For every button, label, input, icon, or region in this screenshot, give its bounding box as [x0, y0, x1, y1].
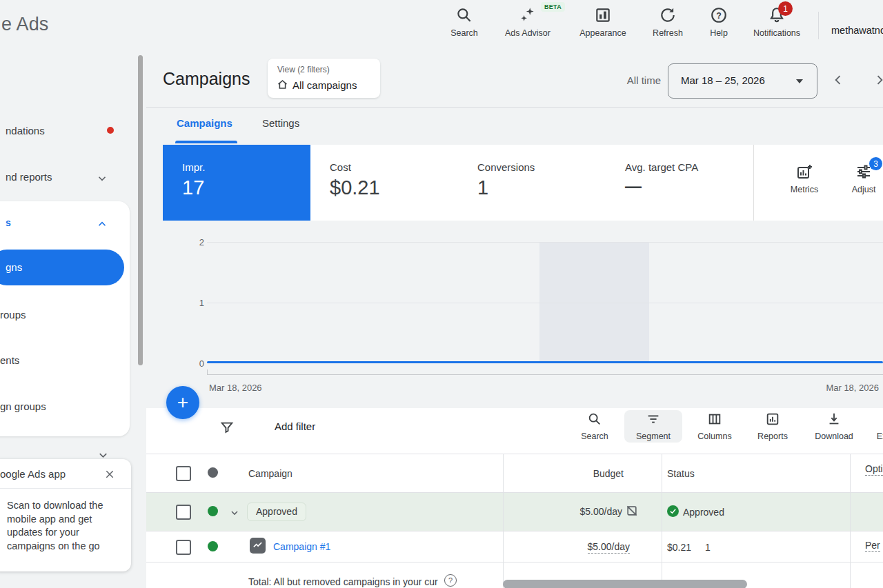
sparkle-icon: [519, 6, 537, 24]
sidebar-item-campaigns-active[interactable]: gns: [0, 250, 124, 285]
search-icon: [455, 6, 473, 24]
campaign-type-icon: [250, 538, 266, 554]
topbar-refresh-button[interactable]: Refresh: [640, 6, 695, 38]
view-filters-value: All campaigns: [292, 79, 357, 91]
app-card-title: oogle Ads app: [0, 468, 66, 480]
svg-text:?: ?: [716, 11, 722, 21]
app-card-body: Scan to download the mobile app and get …: [7, 499, 123, 553]
active-tab-underline: [175, 141, 237, 143]
scorecard-conversions-value: 1: [477, 176, 488, 199]
row2-optimization-value[interactable]: Per: [865, 540, 880, 552]
google-ads-app-card: oogle Ads app Scan to download the mobil…: [0, 459, 131, 571]
view-filters-label: View (2 filters): [277, 65, 330, 74]
select-all-checkbox[interactable]: [176, 466, 191, 481]
chevron-up-icon[interactable]: [96, 218, 108, 230]
segment-button[interactable]: Segment: [624, 410, 682, 443]
campaign-name-link[interactable]: Campaign #1: [273, 541, 330, 552]
sidebar-item-ad-groups[interactable]: roups: [0, 309, 26, 321]
topbar-appearance-button[interactable]: Appearance: [568, 6, 637, 38]
date-range-picker[interactable]: Mar 18 – 25, 2026: [668, 63, 817, 99]
close-icon[interactable]: [104, 469, 115, 480]
chart-ytick-0: 0: [186, 358, 204, 369]
scorecard-avg-target-cpa-value: —: [625, 176, 642, 196]
expand-button[interactable]: Expand: [862, 412, 883, 441]
scorecard-avg-target-cpa[interactable]: Avg. target CPA —: [606, 145, 754, 221]
topbar-notifications-label: Notifications: [753, 28, 800, 38]
scorecard-conversions[interactable]: Conversions 1: [458, 145, 606, 221]
sidebar-item-campaigns-label: gns: [6, 261, 22, 273]
add-filter-button[interactable]: Add filter: [275, 420, 315, 432]
columns-icon: [707, 412, 722, 427]
row2-budget-value[interactable]: $5.00/day: [553, 541, 630, 552]
row2-bottom-border: [146, 562, 883, 562]
sidebar-item-campaign-groups[interactable]: gn groups: [0, 401, 46, 412]
table-search-label: Search: [581, 432, 608, 441]
segment-icon: [646, 412, 661, 427]
column-header-budget[interactable]: Budget: [566, 468, 624, 479]
account-name[interactable]: methawatno: [831, 25, 883, 36]
scorecard-impressions[interactable]: Impr. 17: [163, 145, 311, 221]
reports-button[interactable]: Reports: [744, 412, 802, 441]
caret-down-icon: [795, 79, 804, 84]
column-header-optimization[interactable]: Opti: [865, 463, 883, 476]
view-filters-chip[interactable]: View (2 filters) All campaigns: [268, 59, 380, 98]
prev-date-chevron-icon[interactable]: [831, 73, 845, 87]
row1-expand-chevron-icon[interactable]: [229, 507, 240, 518]
col-divider-campaign-budget: [503, 454, 504, 588]
col-divider-status-opt: [850, 454, 851, 588]
row2-conversions-value: 1: [705, 542, 711, 553]
edit-off-icon: [625, 504, 639, 518]
sidebar-item-experiments[interactable]: ents: [0, 354, 19, 366]
download-icon: [826, 412, 842, 427]
reports-label: Reports: [757, 432, 788, 441]
scorecard-cost[interactable]: Cost $0.21: [310, 145, 459, 221]
scorecard-impressions-value: 17: [182, 176, 204, 199]
google-ads-app: e Ads Search Ads Advisor BETA Appearance…: [0, 0, 883, 588]
scorecard-avg-target-cpa-label: Avg. target CPA: [625, 161, 698, 173]
tabs-top-divider: [146, 107, 883, 108]
sidebar-item-insights-reports[interactable]: nd reports: [6, 171, 52, 183]
topbar-notifications-button[interactable]: Notifications: [746, 6, 808, 38]
topbar-help-button[interactable]: ? Help: [698, 6, 740, 38]
filter-funnel-icon[interactable]: [219, 420, 235, 435]
row2-checkbox[interactable]: [176, 540, 191, 555]
table-search-button[interactable]: Search: [566, 412, 624, 441]
help-icon: ?: [710, 6, 728, 24]
row1-approved-chip[interactable]: Approved: [247, 503, 306, 521]
google-ads-logo[interactable]: e Ads: [1, 14, 49, 35]
tab-campaigns[interactable]: Campaigns: [177, 117, 232, 129]
next-date-chevron-icon[interactable]: [873, 73, 883, 87]
nav-panel-header[interactable]: s: [6, 217, 11, 228]
row1-checkbox[interactable]: [176, 505, 191, 520]
chart-xlabel-right: Mar 18, 2026: [793, 383, 879, 393]
page-title: Campaigns: [163, 69, 250, 89]
col-divider-budget-status: [662, 454, 662, 588]
metrics-icon: [796, 163, 813, 180]
row2-enabled-dot[interactable]: [208, 541, 218, 551]
row2-cost-value: $0.21: [667, 542, 691, 553]
column-header-campaign[interactable]: Campaign: [248, 468, 292, 479]
row1-status-value: Approved: [683, 507, 724, 518]
metrics-button[interactable]: Metrics: [784, 163, 825, 194]
metrics-label: Metrics: [791, 185, 818, 194]
expand-partial-label: Download: [815, 432, 853, 441]
download-button[interactable]: Download: [805, 412, 863, 441]
table-total-label: Total: All but removed campaigns in your…: [248, 576, 438, 587]
create-campaign-fab[interactable]: +: [166, 386, 199, 419]
all-time-label[interactable]: All time: [602, 74, 661, 86]
row1-enabled-dot[interactable]: [208, 506, 218, 516]
reports-icon: [765, 412, 780, 427]
sidebar-scrollbar[interactable]: [138, 55, 143, 365]
topbar-search-button[interactable]: Search: [433, 6, 495, 38]
columns-button[interactable]: Columns: [686, 412, 744, 441]
row1-budget-value[interactable]: $5.00/day: [545, 506, 622, 517]
tab-settings[interactable]: Settings: [262, 117, 299, 129]
chevron-down-icon[interactable]: [96, 172, 108, 185]
horizontal-scrollbar-thumb[interactable]: [503, 580, 747, 588]
sidebar-item-recommendations[interactable]: ndations: [6, 125, 45, 136]
row2-budget-text[interactable]: $5.00/day: [588, 541, 631, 554]
chart-xlabel-left: Mar 18, 2026: [209, 383, 262, 393]
search-icon: [587, 412, 602, 427]
column-header-status[interactable]: Status: [667, 468, 695, 479]
total-help-icon[interactable]: ?: [444, 574, 457, 587]
